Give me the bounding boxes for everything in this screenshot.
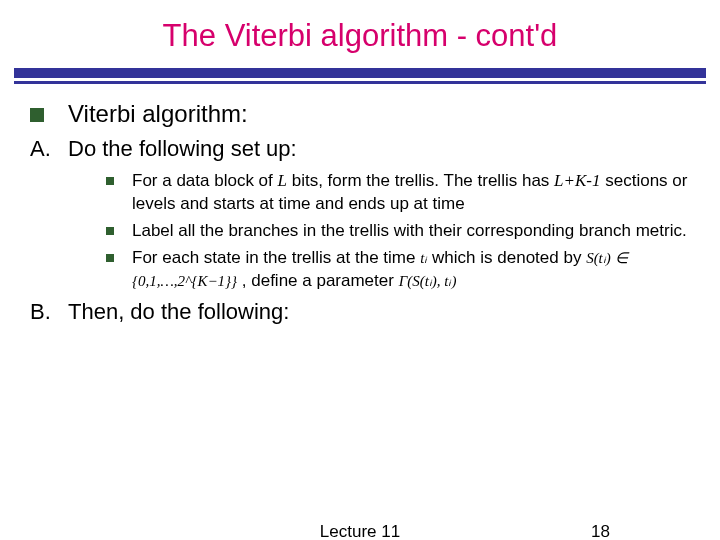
square-bullet-icon xyxy=(106,254,114,262)
square-bullet-icon xyxy=(30,108,44,122)
slide-title: The Viterbi algorithm - cont'd xyxy=(0,0,720,54)
title-rule xyxy=(0,68,720,84)
bullet-main: Viterbi algorithm: xyxy=(30,100,690,128)
section-b: B. Then, do the following: xyxy=(30,299,690,325)
sub-bullet-1: For a data block of L bits, form the tre… xyxy=(106,170,690,216)
sub-bullet-1-text: For a data block of L bits, form the tre… xyxy=(132,170,690,216)
bullet-main-text: Viterbi algorithm: xyxy=(68,100,248,128)
section-b-label: B. xyxy=(30,299,68,325)
slide: The Viterbi algorithm - cont'd Viterbi a… xyxy=(0,0,720,540)
section-a-text: Do the following set up: xyxy=(68,136,297,162)
section-b-text: Then, do the following: xyxy=(68,299,289,325)
math-gamma: Γ(S(tᵢ), tᵢ) xyxy=(399,273,457,289)
footer-page-number: 18 xyxy=(591,522,610,540)
sub-bullets: For a data block of L bits, form the tre… xyxy=(106,170,690,293)
section-a-label: A. xyxy=(30,136,68,162)
square-bullet-icon xyxy=(106,177,114,185)
sub-bullet-3-text: For each state in the trellis at the tim… xyxy=(132,247,690,293)
slide-body: Viterbi algorithm: A. Do the following s… xyxy=(0,84,720,325)
sub-bullet-2-text: Label all the branches in the trellis wi… xyxy=(132,220,687,243)
sub-bullet-2: Label all the branches in the trellis wi… xyxy=(106,220,690,243)
square-bullet-icon xyxy=(106,227,114,235)
section-a: A. Do the following set up: xyxy=(30,136,690,162)
sub-bullet-3: For each state in the trellis at the tim… xyxy=(106,247,690,293)
footer-lecture: Lecture 11 xyxy=(0,522,720,540)
